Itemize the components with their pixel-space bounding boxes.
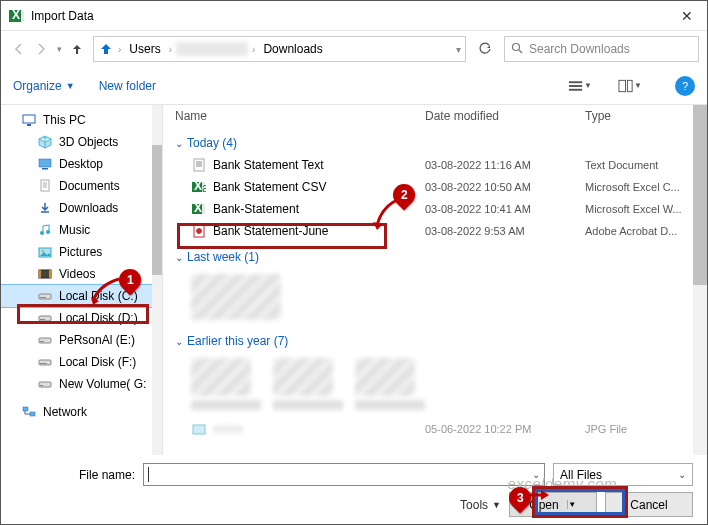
- svg-point-22: [42, 250, 44, 252]
- chevron-down-icon[interactable]: ▾: [456, 44, 461, 55]
- group-header-earlier[interactable]: ⌄ Earlier this year (7): [175, 330, 695, 352]
- thumbnail-redacted: [273, 358, 333, 396]
- history-dropdown[interactable]: ▾: [53, 37, 65, 61]
- new-folder-button[interactable]: New folder: [99, 79, 156, 93]
- chevron-down-icon[interactable]: ▼: [567, 500, 577, 509]
- table-row[interactable]: Bank Statement Text 03-08-2022 11:16 AM …: [175, 154, 695, 176]
- chevron-right-icon: ›: [252, 44, 255, 55]
- sidebar-item-pictures[interactable]: Pictures: [1, 241, 162, 263]
- sidebar-item-desktop[interactable]: Desktop: [1, 153, 162, 175]
- filename-redacted: [191, 400, 261, 410]
- group-header-today[interactable]: ⌄ Today (4): [175, 132, 695, 154]
- drive-icon: [37, 310, 53, 326]
- filename-input[interactable]: ⌄: [143, 463, 545, 486]
- svg-rect-8: [619, 80, 626, 91]
- cancel-button[interactable]: Cancel: [605, 492, 693, 517]
- file-filter-dropdown[interactable]: All Files ⌄: [553, 463, 693, 486]
- chevron-down-icon: ⌄: [175, 252, 183, 263]
- sidebar-item-local-disk-c[interactable]: Local Disk (C:): [1, 285, 162, 307]
- sidebar-item-label: Local Disk (D:): [59, 311, 138, 325]
- chevron-down-icon: ▼: [634, 81, 642, 90]
- sidebar-item-downloads[interactable]: Downloads: [1, 197, 162, 219]
- chevron-down-icon: ▼: [584, 81, 592, 90]
- svg-rect-26: [39, 294, 51, 299]
- sidebar-item-label: PeRsonAl (E:): [59, 333, 135, 347]
- sidebar-item-new-volume-g[interactable]: New Volume( G:: [1, 373, 162, 395]
- jpg-file-icon: [191, 421, 207, 437]
- sidebar-item-music[interactable]: Music: [1, 219, 162, 241]
- view-preview-button[interactable]: ▼: [617, 75, 643, 97]
- close-icon[interactable]: ✕: [675, 8, 699, 24]
- svg-rect-2: [21, 11, 24, 21]
- sidebar-item-label: Videos: [59, 267, 95, 281]
- open-button[interactable]: Open ▼: [509, 492, 597, 517]
- breadcrumb-seg[interactable]: Users: [125, 42, 164, 56]
- svg-rect-37: [30, 412, 35, 416]
- up-button[interactable]: [67, 37, 87, 61]
- sidebar-item-network[interactable]: Network: [1, 401, 162, 423]
- back-button[interactable]: [9, 37, 29, 61]
- cube-icon: [37, 134, 53, 150]
- help-button[interactable]: ?: [675, 76, 695, 96]
- address-bar: ▾ › Users › › Downloads ▾ Search Downloa…: [1, 31, 707, 67]
- search-placeholder: Search Downloads: [529, 42, 630, 56]
- breadcrumb-seg[interactable]: Downloads: [259, 42, 326, 56]
- filter-label: All Files: [560, 468, 602, 482]
- table-row[interactable]: [175, 268, 695, 326]
- tools-dropdown[interactable]: Tools ▼: [460, 498, 501, 512]
- svg-rect-9: [627, 80, 632, 91]
- sidebar-item-videos[interactable]: Videos: [1, 263, 162, 285]
- sidebar-item-personal-e[interactable]: PeRsonAl (E:): [1, 329, 162, 351]
- table-row[interactable]: [175, 352, 695, 418]
- drive-icon: [37, 376, 53, 392]
- file-date: 03-08-2022 11:16 AM: [425, 159, 585, 171]
- svg-rect-36: [23, 407, 28, 411]
- search-icon: [511, 42, 523, 57]
- tools-label: Tools: [460, 498, 488, 512]
- sidebar-item-this-pc[interactable]: This PC: [1, 109, 162, 131]
- table-row[interactable]: XBank-Statement 03-08-2022 10:41 AM Micr…: [175, 198, 695, 220]
- svg-rect-10: [23, 115, 35, 123]
- nav-buttons: ▾: [9, 37, 87, 61]
- svg-rect-38: [194, 159, 204, 171]
- sidebar-item-local-disk-d[interactable]: Local Disk (D:): [1, 307, 162, 329]
- svg-rect-24: [39, 270, 41, 278]
- group-header-last-week[interactable]: ⌄ Last week (1): [175, 246, 695, 268]
- breadcrumb[interactable]: › Users › › Downloads ▾: [93, 36, 466, 62]
- table-row[interactable]: 05-06-2022 10:22 PM JPG File: [175, 418, 695, 440]
- sidebar-item-3d-objects[interactable]: 3D Objects: [1, 131, 162, 153]
- table-row[interactable]: XaBank Statement CSV 03-08-2022 10:50 AM…: [175, 176, 695, 198]
- breadcrumb-seg-redacted: [176, 42, 248, 56]
- svg-text:a: a: [202, 181, 206, 194]
- forward-button[interactable]: [31, 37, 51, 61]
- drive-icon: [37, 288, 53, 304]
- sidebar-item-label: This PC: [43, 113, 86, 127]
- music-icon: [37, 222, 53, 238]
- svg-rect-6: [569, 85, 582, 87]
- chevron-down-icon[interactable]: ⌄: [532, 469, 540, 480]
- file-scrollbar-thumb[interactable]: [693, 105, 707, 285]
- file-type: Text Document: [585, 159, 695, 171]
- file-type: Microsoft Excel W...: [585, 203, 695, 215]
- col-name[interactable]: Name: [175, 109, 425, 123]
- sidebar-item-local-disk-f[interactable]: Local Disk (F:): [1, 351, 162, 373]
- documents-icon: [37, 178, 53, 194]
- column-headers[interactable]: Name Date modified Type: [163, 105, 707, 130]
- downloads-icon: [37, 200, 53, 216]
- chevron-down-icon: ⌄: [175, 138, 183, 149]
- view-list-button[interactable]: ▼: [567, 75, 593, 97]
- refresh-button[interactable]: [472, 36, 498, 62]
- col-date[interactable]: Date modified: [425, 109, 585, 123]
- toolbar: Organize ▼ New folder ▼ ▼ ?: [1, 67, 707, 105]
- table-row[interactable]: Bank Statement-June 03-08-2022 9:53 AM A…: [175, 220, 695, 242]
- chevron-right-icon: ›: [169, 44, 172, 55]
- col-type[interactable]: Type: [585, 109, 695, 123]
- sidebar-scrollbar-thumb[interactable]: [152, 145, 162, 275]
- thumbnail-redacted: [191, 274, 281, 320]
- search-input[interactable]: Search Downloads: [504, 36, 699, 62]
- organize-button[interactable]: Organize ▼: [13, 79, 75, 93]
- svg-rect-34: [39, 382, 51, 387]
- filename-label: File name:: [15, 468, 135, 482]
- sidebar-item-documents[interactable]: Documents: [1, 175, 162, 197]
- file-area: Name Date modified Type ⌄ Today (4) Bank…: [163, 105, 707, 455]
